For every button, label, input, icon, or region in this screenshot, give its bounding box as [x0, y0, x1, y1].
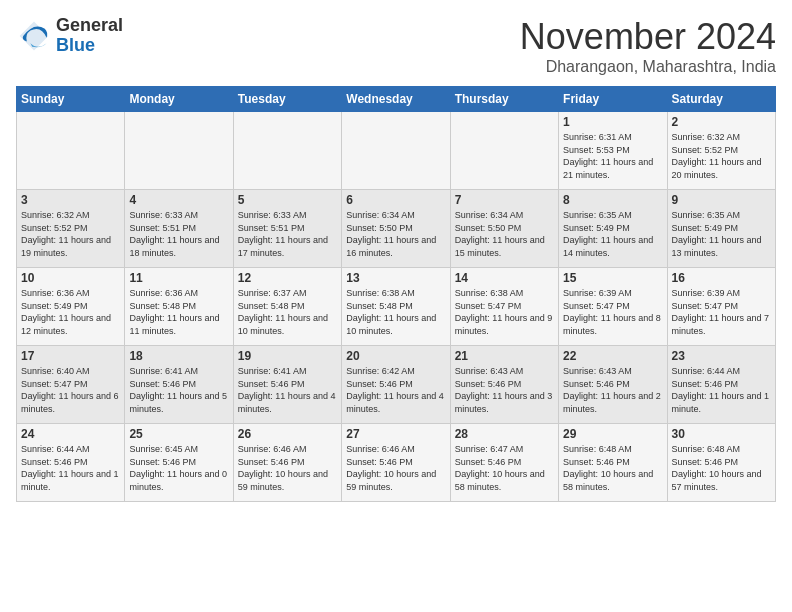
- calendar-cell: 23Sunrise: 6:44 AMSunset: 5:46 PMDayligh…: [667, 346, 775, 424]
- day-info: Sunrise: 6:38 AMSunset: 5:47 PMDaylight:…: [455, 287, 554, 337]
- calendar-cell: [125, 112, 233, 190]
- calendar-cell: 21Sunrise: 6:43 AMSunset: 5:46 PMDayligh…: [450, 346, 558, 424]
- day-info: Sunrise: 6:37 AMSunset: 5:48 PMDaylight:…: [238, 287, 337, 337]
- logo-text: General Blue: [56, 16, 123, 56]
- day-info: Sunrise: 6:40 AMSunset: 5:47 PMDaylight:…: [21, 365, 120, 415]
- calendar-cell: 19Sunrise: 6:41 AMSunset: 5:46 PMDayligh…: [233, 346, 341, 424]
- calendar-cell: 2Sunrise: 6:32 AMSunset: 5:52 PMDaylight…: [667, 112, 775, 190]
- day-number: 30: [672, 427, 771, 441]
- day-number: 10: [21, 271, 120, 285]
- calendar-cell: [342, 112, 450, 190]
- day-info: Sunrise: 6:39 AMSunset: 5:47 PMDaylight:…: [563, 287, 662, 337]
- day-info: Sunrise: 6:31 AMSunset: 5:53 PMDaylight:…: [563, 131, 662, 181]
- calendar-cell: 13Sunrise: 6:38 AMSunset: 5:48 PMDayligh…: [342, 268, 450, 346]
- calendar-cell: [450, 112, 558, 190]
- title-block: November 2024 Dharangaon, Maharashtra, I…: [520, 16, 776, 76]
- day-number: 25: [129, 427, 228, 441]
- header-thursday: Thursday: [450, 87, 558, 112]
- day-number: 13: [346, 271, 445, 285]
- calendar-cell: 15Sunrise: 6:39 AMSunset: 5:47 PMDayligh…: [559, 268, 667, 346]
- day-number: 6: [346, 193, 445, 207]
- day-info: Sunrise: 6:32 AMSunset: 5:52 PMDaylight:…: [672, 131, 771, 181]
- day-info: Sunrise: 6:35 AMSunset: 5:49 PMDaylight:…: [563, 209, 662, 259]
- day-number: 21: [455, 349, 554, 363]
- day-number: 20: [346, 349, 445, 363]
- calendar-cell: 10Sunrise: 6:36 AMSunset: 5:49 PMDayligh…: [17, 268, 125, 346]
- day-info: Sunrise: 6:43 AMSunset: 5:46 PMDaylight:…: [455, 365, 554, 415]
- day-number: 2: [672, 115, 771, 129]
- day-number: 11: [129, 271, 228, 285]
- header-tuesday: Tuesday: [233, 87, 341, 112]
- day-info: Sunrise: 6:38 AMSunset: 5:48 PMDaylight:…: [346, 287, 445, 337]
- calendar-cell: 4Sunrise: 6:33 AMSunset: 5:51 PMDaylight…: [125, 190, 233, 268]
- calendar-week-1: 1Sunrise: 6:31 AMSunset: 5:53 PMDaylight…: [17, 112, 776, 190]
- day-number: 7: [455, 193, 554, 207]
- logo-icon: [16, 18, 52, 54]
- header-sunday: Sunday: [17, 87, 125, 112]
- day-info: Sunrise: 6:34 AMSunset: 5:50 PMDaylight:…: [346, 209, 445, 259]
- day-info: Sunrise: 6:39 AMSunset: 5:47 PMDaylight:…: [672, 287, 771, 337]
- day-info: Sunrise: 6:36 AMSunset: 5:49 PMDaylight:…: [21, 287, 120, 337]
- day-info: Sunrise: 6:41 AMSunset: 5:46 PMDaylight:…: [129, 365, 228, 415]
- day-number: 16: [672, 271, 771, 285]
- day-info: Sunrise: 6:34 AMSunset: 5:50 PMDaylight:…: [455, 209, 554, 259]
- day-number: 4: [129, 193, 228, 207]
- calendar-cell: 11Sunrise: 6:36 AMSunset: 5:48 PMDayligh…: [125, 268, 233, 346]
- day-number: 14: [455, 271, 554, 285]
- day-info: Sunrise: 6:44 AMSunset: 5:46 PMDaylight:…: [21, 443, 120, 493]
- day-info: Sunrise: 6:46 AMSunset: 5:46 PMDaylight:…: [238, 443, 337, 493]
- calendar-cell: 12Sunrise: 6:37 AMSunset: 5:48 PMDayligh…: [233, 268, 341, 346]
- calendar-cell: 6Sunrise: 6:34 AMSunset: 5:50 PMDaylight…: [342, 190, 450, 268]
- calendar-cell: 1Sunrise: 6:31 AMSunset: 5:53 PMDaylight…: [559, 112, 667, 190]
- day-info: Sunrise: 6:48 AMSunset: 5:46 PMDaylight:…: [563, 443, 662, 493]
- day-number: 29: [563, 427, 662, 441]
- calendar-cell: 29Sunrise: 6:48 AMSunset: 5:46 PMDayligh…: [559, 424, 667, 502]
- day-number: 23: [672, 349, 771, 363]
- calendar-cell: 5Sunrise: 6:33 AMSunset: 5:51 PMDaylight…: [233, 190, 341, 268]
- calendar-cell: [17, 112, 125, 190]
- calendar-cell: 26Sunrise: 6:46 AMSunset: 5:46 PMDayligh…: [233, 424, 341, 502]
- day-number: 5: [238, 193, 337, 207]
- calendar-week-3: 10Sunrise: 6:36 AMSunset: 5:49 PMDayligh…: [17, 268, 776, 346]
- day-number: 12: [238, 271, 337, 285]
- day-info: Sunrise: 6:32 AMSunset: 5:52 PMDaylight:…: [21, 209, 120, 259]
- day-number: 22: [563, 349, 662, 363]
- page-container: General Blue November 2024 Dharangaon, M…: [0, 0, 792, 510]
- logo: General Blue: [16, 16, 123, 56]
- day-number: 9: [672, 193, 771, 207]
- calendar-cell: 20Sunrise: 6:42 AMSunset: 5:46 PMDayligh…: [342, 346, 450, 424]
- day-number: 17: [21, 349, 120, 363]
- calendar-cell: 28Sunrise: 6:47 AMSunset: 5:46 PMDayligh…: [450, 424, 558, 502]
- calendar-cell: 14Sunrise: 6:38 AMSunset: 5:47 PMDayligh…: [450, 268, 558, 346]
- calendar-cell: [233, 112, 341, 190]
- calendar-cell: 7Sunrise: 6:34 AMSunset: 5:50 PMDaylight…: [450, 190, 558, 268]
- day-number: 8: [563, 193, 662, 207]
- day-info: Sunrise: 6:36 AMSunset: 5:48 PMDaylight:…: [129, 287, 228, 337]
- day-number: 26: [238, 427, 337, 441]
- calendar-cell: 25Sunrise: 6:45 AMSunset: 5:46 PMDayligh…: [125, 424, 233, 502]
- day-info: Sunrise: 6:44 AMSunset: 5:46 PMDaylight:…: [672, 365, 771, 415]
- day-info: Sunrise: 6:42 AMSunset: 5:46 PMDaylight:…: [346, 365, 445, 415]
- calendar-cell: 22Sunrise: 6:43 AMSunset: 5:46 PMDayligh…: [559, 346, 667, 424]
- header: General Blue November 2024 Dharangaon, M…: [16, 16, 776, 76]
- calendar-cell: 27Sunrise: 6:46 AMSunset: 5:46 PMDayligh…: [342, 424, 450, 502]
- calendar-cell: 18Sunrise: 6:41 AMSunset: 5:46 PMDayligh…: [125, 346, 233, 424]
- day-info: Sunrise: 6:48 AMSunset: 5:46 PMDaylight:…: [672, 443, 771, 493]
- day-number: 15: [563, 271, 662, 285]
- calendar-header-row: Sunday Monday Tuesday Wednesday Thursday…: [17, 87, 776, 112]
- day-info: Sunrise: 6:43 AMSunset: 5:46 PMDaylight:…: [563, 365, 662, 415]
- calendar-table: Sunday Monday Tuesday Wednesday Thursday…: [16, 86, 776, 502]
- calendar-cell: 17Sunrise: 6:40 AMSunset: 5:47 PMDayligh…: [17, 346, 125, 424]
- calendar-cell: 24Sunrise: 6:44 AMSunset: 5:46 PMDayligh…: [17, 424, 125, 502]
- day-number: 3: [21, 193, 120, 207]
- day-number: 18: [129, 349, 228, 363]
- logo-blue-text: Blue: [56, 36, 123, 56]
- day-info: Sunrise: 6:47 AMSunset: 5:46 PMDaylight:…: [455, 443, 554, 493]
- calendar-cell: 30Sunrise: 6:48 AMSunset: 5:46 PMDayligh…: [667, 424, 775, 502]
- header-saturday: Saturday: [667, 87, 775, 112]
- calendar-week-2: 3Sunrise: 6:32 AMSunset: 5:52 PMDaylight…: [17, 190, 776, 268]
- day-info: Sunrise: 6:46 AMSunset: 5:46 PMDaylight:…: [346, 443, 445, 493]
- calendar-cell: 3Sunrise: 6:32 AMSunset: 5:52 PMDaylight…: [17, 190, 125, 268]
- day-info: Sunrise: 6:35 AMSunset: 5:49 PMDaylight:…: [672, 209, 771, 259]
- logo-general-text: General: [56, 16, 123, 36]
